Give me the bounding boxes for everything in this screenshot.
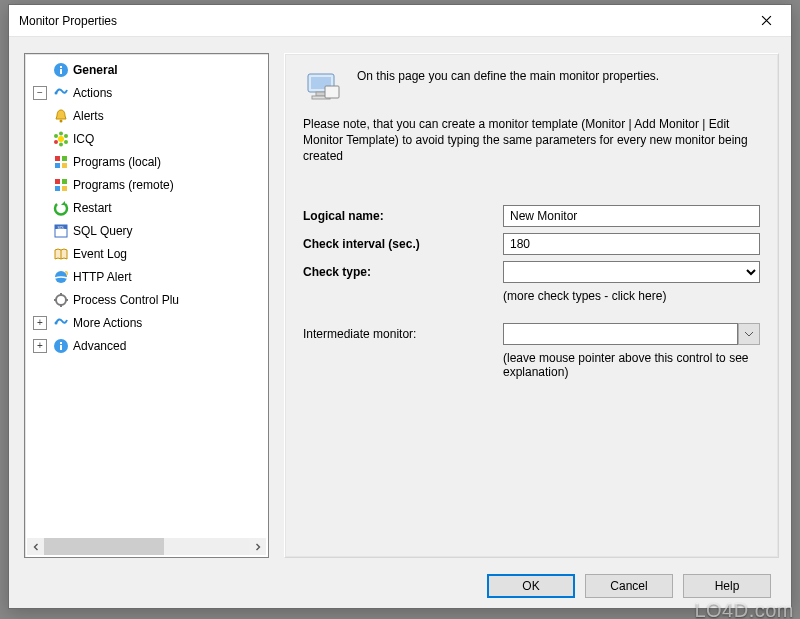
tree-item-label: Programs (remote) xyxy=(73,178,174,192)
tree-item[interactable]: +More Actions xyxy=(27,311,266,334)
icq-icon xyxy=(53,131,69,147)
svg-point-3 xyxy=(55,91,58,94)
tree-item[interactable]: Restart xyxy=(27,196,266,219)
scroll-track[interactable] xyxy=(44,538,249,555)
monitor-icon xyxy=(303,68,343,108)
tree-expander[interactable]: + xyxy=(33,339,47,353)
tree-pane: General−ActionsAlertsICQPrograms (local)… xyxy=(24,53,269,558)
tree-item-label: General xyxy=(73,63,118,77)
intermediate-dropdown-button[interactable] xyxy=(738,323,760,345)
tree-body[interactable]: General−ActionsAlertsICQPrograms (local)… xyxy=(25,54,268,537)
windows-icon xyxy=(53,177,69,193)
tree-item-label: Event Log xyxy=(73,247,127,261)
row-check-interval: Check interval (sec.) xyxy=(303,233,760,255)
tree-item[interactable]: −Actions xyxy=(27,81,266,104)
book-icon xyxy=(53,246,69,262)
chevron-down-icon xyxy=(744,331,754,337)
tree-item[interactable]: Programs (local) xyxy=(27,150,266,173)
tree-item[interactable]: Alerts xyxy=(27,104,266,127)
header-text: On this page you can define the main mon… xyxy=(357,68,659,108)
intermediate-combo xyxy=(503,323,760,345)
tree-item-label: Actions xyxy=(73,86,112,100)
tree-expander[interactable]: − xyxy=(33,86,47,100)
intermediate-label: Intermediate monitor: xyxy=(303,327,503,341)
svg-point-25 xyxy=(56,295,66,305)
info-icon xyxy=(53,62,69,78)
svg-rect-38 xyxy=(325,86,339,98)
check-type-select[interactable] xyxy=(503,261,760,283)
svg-point-10 xyxy=(54,140,58,144)
tree-item[interactable]: Programs (remote) xyxy=(27,173,266,196)
tree-item[interactable]: Process Control Plu xyxy=(27,288,266,311)
svg-point-9 xyxy=(59,142,63,146)
svg-rect-12 xyxy=(55,156,60,161)
tree-item[interactable]: +Advanced xyxy=(27,334,266,357)
intermediate-input[interactable] xyxy=(503,323,738,345)
svg-point-11 xyxy=(54,134,58,138)
tree-item-label: HTTP Alert xyxy=(73,270,131,284)
svg-point-6 xyxy=(59,131,63,135)
scroll-left-button[interactable] xyxy=(27,538,44,555)
logical-name-input[interactable] xyxy=(503,205,760,227)
svg-rect-15 xyxy=(62,163,67,168)
tree-item-label: Alerts xyxy=(73,109,104,123)
close-button[interactable] xyxy=(743,6,789,36)
window-title: Monitor Properties xyxy=(19,14,743,28)
svg-rect-18 xyxy=(55,186,60,191)
svg-point-30 xyxy=(55,321,58,324)
tree-item-label: More Actions xyxy=(73,316,142,330)
info-icon xyxy=(53,338,69,354)
svg-point-4 xyxy=(60,119,63,122)
tree-item[interactable]: SQLSQL Query xyxy=(27,219,266,242)
tree-item[interactable]: General xyxy=(27,58,266,81)
svg-text:SQL: SQL xyxy=(57,225,64,229)
svg-rect-17 xyxy=(62,179,67,184)
svg-rect-2 xyxy=(60,66,62,68)
tree-item-label: Programs (local) xyxy=(73,155,161,169)
header-row: On this page you can define the main mon… xyxy=(303,68,760,108)
help-button[interactable]: Help xyxy=(683,574,771,598)
svg-rect-29 xyxy=(65,299,68,301)
ie-icon xyxy=(53,269,69,285)
tree-item[interactable]: HTTP Alert xyxy=(27,265,266,288)
tree-item-label: Process Control Plu xyxy=(73,293,179,307)
bell-icon xyxy=(53,108,69,124)
logical-name-label: Logical name: xyxy=(303,209,503,223)
titlebar[interactable]: Monitor Properties xyxy=(9,5,791,37)
svg-rect-26 xyxy=(60,293,62,296)
svg-rect-27 xyxy=(60,304,62,307)
svg-point-7 xyxy=(64,134,68,138)
properties-pane: On this page you can define the main mon… xyxy=(284,53,779,558)
scroll-right-button[interactable] xyxy=(249,538,266,555)
tree-expander[interactable]: + xyxy=(33,316,47,330)
actions-icon xyxy=(53,315,69,331)
note-text: Please note, that you can create a monit… xyxy=(303,116,760,165)
process-icon xyxy=(53,292,69,308)
svg-rect-28 xyxy=(54,299,57,301)
dialog-buttons: OK Cancel Help xyxy=(487,574,771,598)
row-logical-name: Logical name: xyxy=(303,205,760,227)
restart-icon xyxy=(53,200,69,216)
tree-item-label: SQL Query xyxy=(73,224,133,238)
check-type-label: Check type: xyxy=(303,265,503,279)
ok-button[interactable]: OK xyxy=(487,574,575,598)
tree-item[interactable]: ICQ xyxy=(27,127,266,150)
svg-rect-19 xyxy=(62,186,67,191)
svg-rect-1 xyxy=(60,69,62,74)
horizontal-scrollbar[interactable] xyxy=(27,538,266,555)
sql-icon: SQL xyxy=(53,223,69,239)
check-interval-input[interactable] xyxy=(503,233,760,255)
row-check-type: Check type: xyxy=(303,261,760,283)
svg-rect-32 xyxy=(60,345,62,350)
svg-rect-16 xyxy=(55,179,60,184)
cancel-button[interactable]: Cancel xyxy=(585,574,673,598)
check-type-hint[interactable]: (more check types - click here) xyxy=(503,289,760,303)
svg-point-8 xyxy=(64,140,68,144)
tree-item-label: Advanced xyxy=(73,339,126,353)
scroll-thumb[interactable] xyxy=(44,538,164,555)
svg-rect-33 xyxy=(60,342,62,344)
chevron-right-icon xyxy=(254,543,262,551)
tree-item[interactable]: Event Log xyxy=(27,242,266,265)
actions-icon xyxy=(53,85,69,101)
svg-rect-14 xyxy=(55,163,60,168)
